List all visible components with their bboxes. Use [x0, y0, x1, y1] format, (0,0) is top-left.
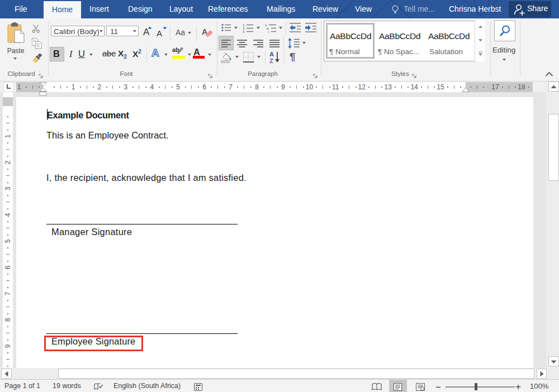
svg-text:A: A [269, 51, 274, 58]
svg-text:i: i [268, 30, 269, 33]
svg-text:3: 3 [243, 30, 245, 33]
svg-text:Z: Z [269, 58, 273, 64]
